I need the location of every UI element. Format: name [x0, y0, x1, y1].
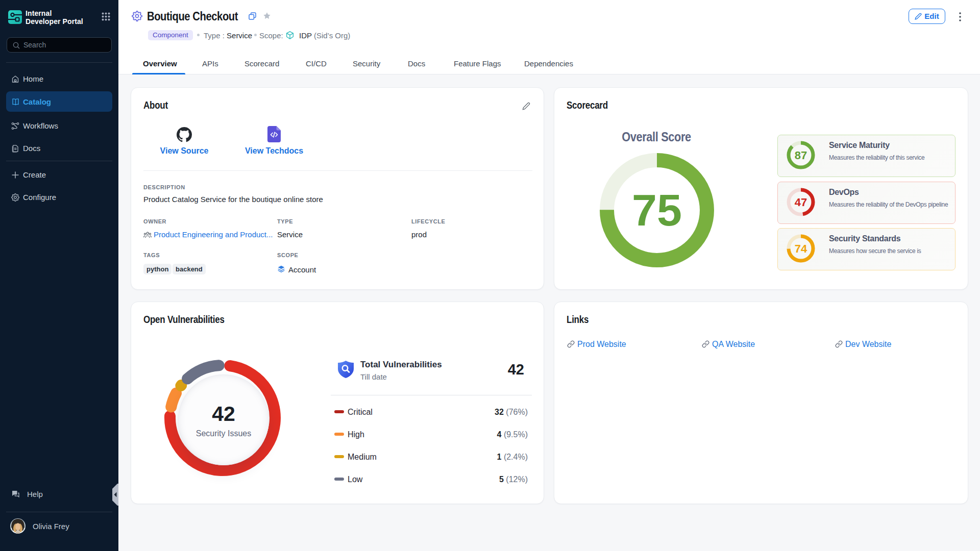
svg-text:47: 47 — [795, 196, 807, 209]
svg-text:87: 87 — [795, 149, 807, 162]
svg-text:74: 74 — [795, 242, 807, 255]
